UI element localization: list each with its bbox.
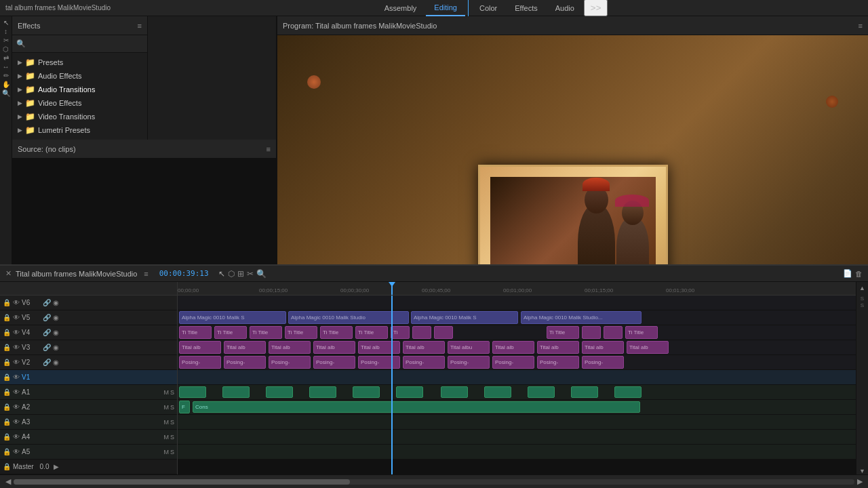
track-eye-A4[interactable]: 👁: [13, 433, 20, 441]
track-lane-V6[interactable]: [178, 296, 856, 310]
track-link-V2[interactable]: 🔗: [43, 359, 51, 366]
effects-menu-icon[interactable]: ≡: [138, 22, 142, 30]
clip-V3-9[interactable]: Tital alb: [582, 341, 624, 354]
clip-V5-2[interactable]: Alpha Magic 0010 Malik S: [411, 311, 518, 324]
track-lane-V5[interactable]: Alpha Magic 0010 Malik S Alpha Magic 001…: [178, 310, 856, 325]
track-lock-A4[interactable]: 🔒: [3, 433, 11, 441]
clip-V2-1[interactable]: Posing-: [224, 356, 266, 369]
track-lock-A3[interactable]: 🔒: [3, 418, 11, 426]
clip-V3-10[interactable]: Tital alb: [627, 341, 669, 354]
effects-item-video-transitions[interactable]: ▶ 📁 Video Transitions: [12, 110, 147, 123]
right-scroll-up[interactable]: ▲: [859, 285, 865, 291]
track-lane-A4[interactable]: [178, 430, 856, 445]
clip-A1-2[interactable]: [266, 386, 293, 398]
scroll-right-btn[interactable]: ▶: [857, 477, 863, 486]
timeline-tool-ripple[interactable]: ⬡: [228, 269, 235, 279]
tab-color[interactable]: Color: [471, 0, 505, 16]
tab-editing[interactable]: Editing: [426, 0, 465, 16]
track-eye-V1[interactable]: 👁: [13, 373, 20, 381]
effects-item-audio-effects[interactable]: ▶ 📁 Audio Effects: [12, 69, 147, 83]
clip-V4-4[interactable]: Ti Title: [320, 326, 353, 339]
track-eye-A5[interactable]: 👁: [13, 448, 20, 455]
clip-V2-3[interactable]: Posing-: [313, 356, 355, 369]
more-tabs-button[interactable]: >>: [584, 0, 608, 16]
track-eye-V3[interactable]: 👁: [13, 344, 20, 351]
track-eye-V6[interactable]: 👁: [13, 299, 20, 306]
track-lane-V1[interactable]: [178, 370, 856, 385]
track-lock-V2[interactable]: 🔒: [3, 359, 11, 366]
track-eye-V2[interactable]: 👁: [13, 359, 20, 366]
clip-A1-1[interactable]: [222, 386, 250, 398]
clip-V4-8[interactable]: [434, 326, 453, 339]
track-mute-A3[interactable]: M: [163, 419, 169, 426]
clip-V3-2[interactable]: Tital alb: [269, 341, 311, 354]
timeline-tool-zoom[interactable]: 🔍: [256, 269, 267, 279]
tab-effects[interactable]: Effects: [507, 0, 545, 16]
clip-V4-3[interactable]: Ti Title: [285, 326, 317, 339]
clip-V3-7[interactable]: Tital alb: [492, 341, 534, 354]
clip-V2-4[interactable]: Posing-: [358, 356, 400, 369]
clip-A1-4[interactable]: [353, 386, 380, 398]
track-lock-V1[interactable]: 🔒: [3, 373, 11, 381]
timeline-delete-btn[interactable]: 🗑: [855, 270, 863, 278]
timeline-tool-razor[interactable]: ✂: [247, 269, 254, 279]
clip-A1-3[interactable]: [309, 386, 336, 398]
track-link-V3[interactable]: 🔗: [43, 344, 51, 351]
timeline-tool-multi[interactable]: ⊞: [237, 269, 244, 279]
tool-arrow[interactable]: ↕: [4, 28, 7, 35]
clip-V2-2[interactable]: Posing-: [269, 356, 311, 369]
clip-V3-4[interactable]: Tital alb: [358, 341, 400, 354]
track-eye-A2[interactable]: 👁: [13, 403, 20, 411]
tool-hand[interactable]: ✋: [2, 81, 10, 88]
clip-V4-7[interactable]: [412, 326, 431, 339]
clip-A1-7[interactable]: [484, 386, 511, 398]
track-lane-V2[interactable]: Posing- Posing- Posing- Posing- Posing- …: [178, 355, 856, 370]
clip-A1-8[interactable]: [528, 386, 555, 398]
clip-V5-1[interactable]: Alpha Magic 0010 Malik Studio: [288, 311, 409, 324]
track-solo-A3[interactable]: S: [170, 419, 174, 426]
track-solo-V3[interactable]: ◉: [53, 344, 59, 351]
tab-assembly[interactable]: Assembly: [376, 0, 425, 16]
clip-V4-10[interactable]: [582, 326, 601, 339]
track-lock-master[interactable]: 🔒: [3, 463, 11, 470]
effects-item-video-effects[interactable]: ▶ 📁 Video Effects: [12, 96, 147, 110]
track-lane-A3[interactable]: [178, 415, 856, 430]
clip-V4-12[interactable]: Ti Title: [625, 326, 658, 339]
track-mute-A2[interactable]: M: [163, 404, 169, 411]
clip-A1-0[interactable]: [179, 386, 206, 398]
effects-item-audio-transitions[interactable]: ▶ 📁 Audio Transitions: [12, 83, 147, 96]
timeline-close-btn[interactable]: ✕: [5, 269, 12, 278]
clip-A1-6[interactable]: [441, 386, 468, 398]
scroll-left-btn[interactable]: ◀: [5, 477, 11, 486]
track-eye-A1[interactable]: 👁: [13, 388, 20, 396]
track-link-V5[interactable]: 🔗: [43, 314, 51, 321]
tool-slip[interactable]: ↔: [3, 63, 9, 70]
track-lane-A5[interactable]: [178, 445, 856, 460]
track-eye-V4[interactable]: 👁: [13, 329, 20, 336]
track-solo-V2[interactable]: ◉: [53, 359, 59, 366]
source-menu-icon[interactable]: ≡: [267, 145, 271, 153]
clip-V4-0[interactable]: Ti Title: [179, 326, 212, 339]
master-play-btn[interactable]: ▶: [54, 463, 59, 470]
tool-ripple[interactable]: ⬡: [3, 45, 9, 53]
track-solo-A4[interactable]: S: [170, 434, 174, 441]
clip-V4-1[interactable]: Ti Title: [214, 326, 247, 339]
clip-V4-9[interactable]: Ti Title: [547, 326, 579, 339]
clip-V5-0[interactable]: Alpha Magic 0010 Malik S: [179, 311, 286, 324]
clip-V3-0[interactable]: Tital alb: [179, 341, 221, 354]
track-lock-V3[interactable]: 🔒: [3, 344, 11, 351]
clip-V4-5[interactable]: Ti Title: [355, 326, 388, 339]
track-eye-A3[interactable]: 👁: [13, 418, 20, 426]
clip-A2-main[interactable]: Cons: [193, 401, 640, 413]
clip-V2-0[interactable]: Posing-: [179, 356, 221, 369]
clip-V3-8[interactable]: Tital alb: [537, 341, 579, 354]
clip-V3-6[interactable]: Tital albu: [448, 341, 490, 354]
track-lock-A2[interactable]: 🔒: [3, 403, 11, 411]
scroll-track[interactable]: [14, 479, 854, 485]
clip-V2-7[interactable]: Posing-: [492, 356, 534, 369]
clip-V2-6[interactable]: Posing-: [448, 356, 490, 369]
clip-V4-2[interactable]: Ti Title: [250, 326, 282, 339]
clip-V4-6[interactable]: Ti: [391, 326, 410, 339]
track-solo-V5[interactable]: ◉: [53, 314, 59, 321]
clip-V2-9[interactable]: Posing-: [582, 356, 624, 369]
